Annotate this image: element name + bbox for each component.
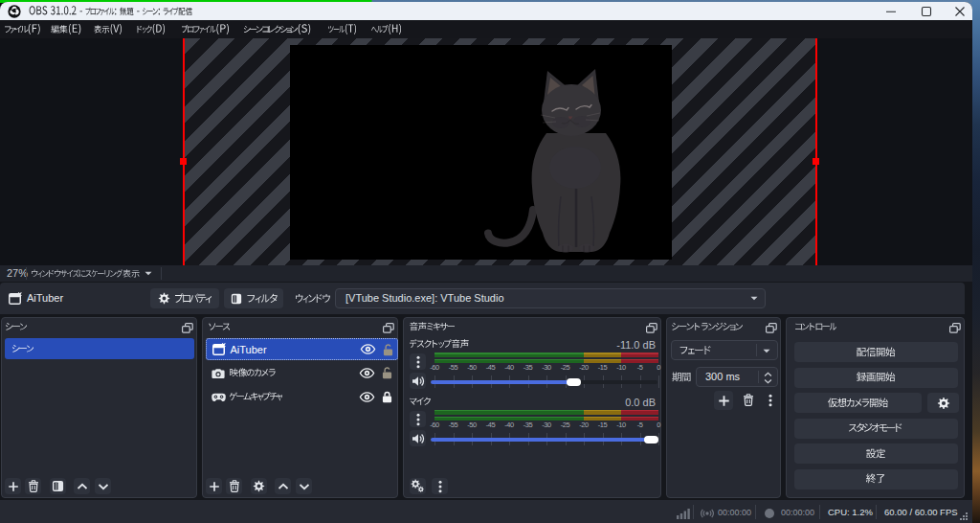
add-scene-button[interactable] [5, 478, 21, 494]
source-properties-button[interactable] [251, 478, 267, 494]
sources-dock: ソース AiTuber 映像のカメラ ゲームキャプチャ [202, 317, 398, 498]
mixer-menu-button[interactable] [432, 478, 448, 494]
window-select-combo[interactable]: [VTube Studio.exe]: VTube Studio [335, 288, 766, 308]
db-scale-label: 0 [650, 421, 667, 429]
scale-mode-caret-icon[interactable] [145, 271, 152, 276]
spin-down-icon[interactable] [764, 378, 772, 384]
window-capture-icon [212, 343, 227, 355]
lock-open-icon[interactable] [380, 344, 396, 356]
gear-icon [937, 397, 950, 410]
transition-menu-button[interactable] [768, 394, 772, 407]
add-source-button[interactable] [206, 478, 222, 494]
lock-closed-icon[interactable] [379, 391, 395, 403]
advanced-audio-button[interactable] [410, 478, 426, 494]
kebab-icon [438, 480, 442, 493]
popout-icon[interactable] [383, 323, 394, 333]
window-select-value: [VTube Studio.exe]: VTube Studio [345, 289, 504, 307]
preview-area[interactable] [0, 38, 972, 265]
volume-slider[interactable] [427, 433, 662, 445]
maximize-button[interactable] [910, 2, 943, 20]
add-transition-button[interactable] [714, 391, 733, 410]
visibility-eye-icon[interactable] [357, 368, 378, 378]
spin-up-icon[interactable] [764, 372, 772, 377]
transform-handle-left[interactable] [180, 158, 187, 165]
popout-icon[interactable] [646, 323, 657, 333]
menu-docks[interactable]: ドック(D) [137, 20, 166, 38]
duration-spinbox[interactable]: 300 ms [696, 367, 778, 387]
popout-icon[interactable] [766, 323, 777, 333]
visibility-eye-icon[interactable] [357, 392, 378, 402]
db-scale-label: -45 [482, 421, 500, 429]
remove-transition-button[interactable] [743, 394, 754, 406]
volume-slider[interactable] [427, 375, 662, 388]
kebab-icon [416, 413, 420, 426]
exit-button[interactable]: 終了 [794, 469, 958, 489]
popout-icon[interactable] [949, 323, 961, 333]
start-streaming-button[interactable]: 配信開始 [794, 342, 958, 362]
volume-slider-handle[interactable] [644, 436, 658, 443]
title-bar[interactable]: OBS 31.0.2 - プロファイル: 無題 - シーン: ライブ配信 [0, 2, 972, 20]
record-status-icon [764, 508, 775, 519]
db-scale-label: -55 [445, 421, 462, 429]
filters-button[interactable]: フィルタ [224, 288, 283, 308]
popout-icon[interactable] [182, 323, 193, 333]
transition-dock-header[interactable]: シーントランジション [667, 318, 780, 336]
scene-down-button[interactable] [95, 478, 111, 494]
sources-dock-header[interactable]: ソース [203, 318, 397, 336]
preview-scale-bar: 27% ウィンドウサイズにスケーリング表示 [0, 265, 972, 282]
chevron-down-icon [98, 483, 109, 490]
source-down-button[interactable] [296, 478, 312, 494]
properties-button[interactable]: プロパティ [150, 288, 219, 308]
minimize-button[interactable] [875, 2, 907, 20]
resize-grip[interactable] [959, 512, 969, 521]
studio-mode-label: スタジオモード [849, 421, 902, 435]
db-scale-label: -10 [612, 421, 630, 429]
source-up-button[interactable] [275, 478, 291, 494]
db-scale-label: -30 [538, 421, 555, 429]
mixer-channel-db: -11.0 dB [616, 339, 656, 351]
combo-caret-icon [750, 296, 758, 301]
db-scale-label: -30 [538, 363, 555, 372]
menu-edit[interactable]: 編集(E) [51, 20, 81, 38]
source-row-aituber[interactable]: AiTuber [206, 338, 398, 360]
source-row-game[interactable]: ゲームキャプチャ [206, 386, 398, 408]
start-virtual-camera-button[interactable]: 仮想カメラ開始 [794, 393, 922, 413]
remove-scene-button[interactable] [25, 478, 41, 494]
controls-dock-header[interactable]: コントロール [787, 318, 964, 336]
mute-button[interactable] [410, 430, 426, 446]
transition-combo[interactable]: フェード [671, 340, 778, 360]
close-button[interactable] [944, 2, 972, 20]
db-scale-label: -10 [612, 363, 630, 372]
visibility-eye-icon[interactable] [358, 344, 379, 354]
menu-view[interactable]: 表示(V) [94, 20, 122, 38]
scene-filters-button[interactable] [50, 478, 66, 494]
volume-slider-handle[interactable] [567, 378, 581, 386]
scenes-dock-header[interactable]: シーン [2, 318, 196, 336]
filter-icon [231, 293, 242, 305]
transform-handle-right[interactable] [813, 158, 819, 165]
mixer-channel-menu-button[interactable] [410, 411, 426, 427]
start-recording-button[interactable]: 録画開始 [794, 368, 958, 388]
remove-source-button[interactable] [226, 478, 242, 494]
source-row-camera[interactable]: 映像のカメラ [206, 362, 398, 384]
transform-edge-right[interactable] [815, 38, 817, 265]
scale-mode-label[interactable]: ウィンドウサイズにスケーリング表示 [32, 265, 140, 282]
transform-edge-left[interactable] [183, 38, 185, 265]
menu-help[interactable]: ヘルプ(H) [371, 20, 402, 38]
scene-up-button[interactable] [74, 478, 90, 494]
menu-file[interactable]: ファイル(F) [5, 20, 41, 38]
scene-list-item[interactable]: シーン [5, 338, 194, 359]
lock-open-icon[interactable] [379, 367, 395, 379]
obs-window: OBS 31.0.2 - プロファイル: 無題 - シーン: ライブ配信 ファイ… [0, 2, 972, 523]
mixer-channel-menu-button[interactable] [410, 353, 426, 370]
source-label: ゲームキャプチャ [230, 391, 282, 403]
virtual-camera-settings-button[interactable] [927, 393, 959, 413]
mixer-dock-header[interactable]: 音声ミキサー [404, 318, 660, 336]
menu-scene-collection[interactable]: シーンコレクション(S) [244, 20, 311, 38]
settings-button[interactable]: 設定 [794, 443, 958, 464]
menu-tools[interactable]: ツール(T) [328, 20, 357, 38]
studio-mode-button[interactable]: スタジオモード [794, 419, 958, 439]
mute-button[interactable] [410, 373, 426, 389]
kebab-icon [416, 355, 420, 369]
menu-profile[interactable]: プロファイル(P) [182, 20, 230, 38]
